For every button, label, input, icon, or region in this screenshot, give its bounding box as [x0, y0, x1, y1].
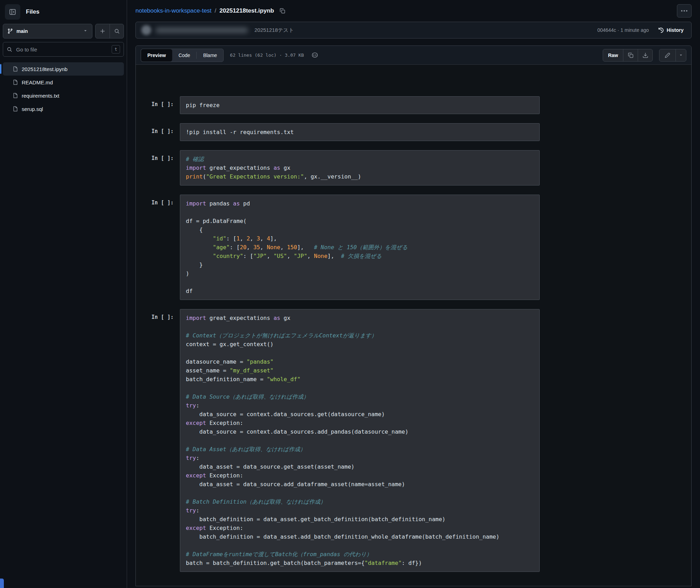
- tab-preview[interactable]: Preview: [141, 49, 172, 62]
- file-name: serup.sql: [22, 106, 43, 112]
- more-options-button[interactable]: [677, 4, 692, 18]
- history-button[interactable]: History: [656, 27, 686, 34]
- cell-prompt: In [ ]:: [136, 123, 180, 141]
- file-toolbar: Preview Code Blame 62 lines (62 loc) · 3…: [136, 46, 691, 65]
- tab-code[interactable]: Code: [172, 49, 196, 62]
- file-item-readme[interactable]: README.md: [3, 76, 124, 89]
- edit-options-button[interactable]: [676, 49, 686, 61]
- commit-sha-time: 004644c · 1 minute ago: [597, 27, 649, 33]
- commit-message[interactable]: 20251218テスト: [254, 27, 294, 34]
- bottom-left-toast-fragment: [0, 579, 4, 588]
- history-label: History: [667, 27, 684, 33]
- chevron-down-icon: [83, 28, 88, 34]
- file-name: README.md: [22, 79, 53, 85]
- notebook-cell-4: In [ ]:import pandas as pd df = pd.DataF…: [136, 195, 691, 300]
- search-icon: [114, 28, 120, 34]
- go-to-file-input[interactable]: [15, 46, 108, 53]
- breadcrumb-repo-link[interactable]: notebooks-in-workspace-test: [135, 7, 211, 14]
- tab-blame[interactable]: Blame: [197, 49, 223, 62]
- download-icon: [643, 52, 648, 58]
- cell-prompt: In [ ]:: [136, 96, 180, 114]
- breadcrumb-file-name: 20251218test.ipynb: [219, 7, 274, 14]
- git-branch-icon: [7, 28, 13, 34]
- kebab-icon: [681, 10, 682, 12]
- latest-commit-bar: 20251218テスト 004644c · 1 minute ago Histo…: [135, 22, 692, 38]
- file-icon: [13, 79, 18, 85]
- download-button[interactable]: [638, 49, 652, 61]
- go-to-file-shortcut: t: [112, 45, 120, 54]
- file-meta: 62 lines (62 loc) · 3.07 KB: [230, 52, 304, 58]
- cell-code[interactable]: # 確認import great_expectations as gxprint…: [180, 150, 540, 186]
- commit-meta: 004644c · 1 minute ago History: [597, 27, 686, 34]
- copilot-button[interactable]: [310, 50, 320, 60]
- notebook-cells: In [ ]:pip freezeIn [ ]:!pip install -r …: [136, 96, 691, 572]
- search-icon: [7, 47, 12, 52]
- copy-file-button[interactable]: [623, 49, 638, 61]
- pencil-icon: [665, 52, 670, 58]
- file-name: 20251218test.ipynb: [22, 66, 68, 72]
- main-content: notebooks-in-workspace-test / 20251218te…: [127, 0, 700, 588]
- raw-button-group: Raw: [603, 49, 653, 62]
- notebook-cell-2: In [ ]:!pip install -r requirements.txt: [136, 123, 691, 141]
- cell-code[interactable]: import great_expectations as gx # Contex…: [180, 309, 540, 572]
- github-file-view: Files main t: [0, 0, 700, 588]
- file-tree: 20251218test.ipynb README.md requirement…: [3, 62, 124, 115]
- avatar: [141, 25, 151, 35]
- cell-code[interactable]: import pandas as pd df = pd.DataFrame( {…: [180, 195, 540, 300]
- sidebar-actions-group: [95, 24, 124, 38]
- file-icon: [13, 106, 18, 112]
- file-icon: [13, 93, 18, 98]
- notebook-cell-3: In [ ]:# 確認import great_expectations as …: [136, 150, 691, 186]
- cell-code[interactable]: pip freeze: [180, 96, 540, 114]
- file-content-panel: Preview Code Blame 62 lines (62 loc) · 3…: [135, 46, 692, 586]
- chevron-down-icon: [679, 53, 683, 57]
- commit-author-redacted: [155, 27, 248, 33]
- notebook-cell-5: In [ ]:import great_expectations as gx #…: [136, 309, 691, 572]
- files-sidebar: Files main t: [0, 0, 127, 588]
- cell-prompt: In [ ]:: [136, 195, 180, 300]
- cell-prompt: In [ ]:: [136, 309, 180, 572]
- history-icon: [658, 27, 664, 33]
- search-files-button[interactable]: [110, 24, 124, 38]
- collapse-sidebar-button[interactable]: [5, 4, 20, 20]
- copy-icon: [628, 52, 634, 58]
- file-item-serup-sql[interactable]: serup.sql: [3, 102, 124, 115]
- copilot-icon: [312, 52, 318, 58]
- go-to-file-box[interactable]: t: [3, 42, 124, 57]
- copy-path-button[interactable]: [278, 7, 287, 15]
- raw-button[interactable]: Raw: [603, 49, 623, 61]
- breadcrumb-separator: /: [215, 7, 216, 14]
- file-name: requirements.txt: [22, 93, 59, 99]
- branch-selector[interactable]: main: [3, 24, 92, 38]
- view-tabs: Preview Code Blame: [141, 49, 224, 62]
- sidebar-title: Files: [26, 8, 40, 15]
- file-item-requirements[interactable]: requirements.txt: [3, 89, 124, 102]
- sidebar-header: Files: [3, 4, 124, 24]
- branch-name: main: [16, 28, 28, 34]
- file-item-ipynb[interactable]: 20251218test.ipynb: [3, 62, 124, 76]
- file-icon: [13, 66, 18, 72]
- cell-code[interactable]: !pip install -r requirements.txt: [180, 123, 540, 141]
- plus-icon: [100, 28, 105, 34]
- edit-file-button[interactable]: [659, 49, 676, 61]
- add-file-button[interactable]: [96, 24, 110, 38]
- notebook-preview: In [ ]:pip freezeIn [ ]:!pip install -r …: [136, 65, 691, 586]
- edit-button-group: [659, 49, 686, 62]
- cell-prompt: In [ ]:: [136, 150, 180, 186]
- sidebar-collapse-icon: [9, 8, 16, 15]
- breadcrumb: notebooks-in-workspace-test / 20251218te…: [127, 0, 700, 19]
- notebook-cell-1: In [ ]:pip freeze: [136, 96, 691, 114]
- copy-icon: [280, 8, 285, 14]
- sidebar-controls: main: [3, 24, 124, 38]
